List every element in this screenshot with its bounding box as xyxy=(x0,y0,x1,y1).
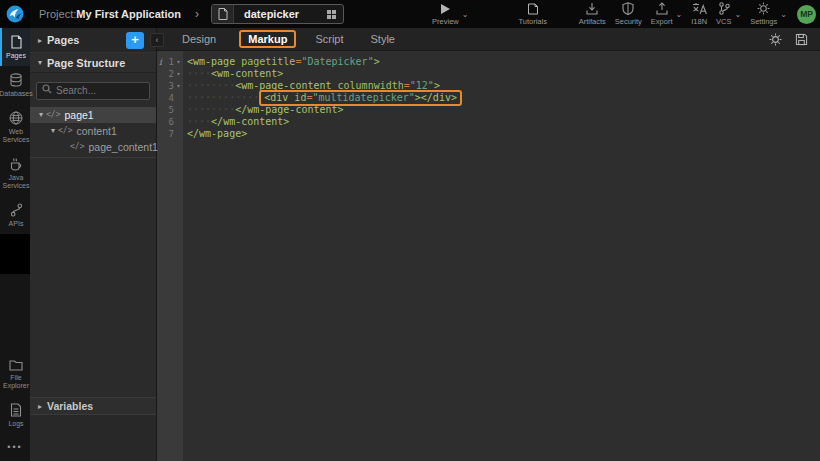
code-lines: i1▾<wm-page pagetitle="Datepicker">2▾···… xyxy=(157,56,820,140)
code-content: </wm-page> xyxy=(183,128,247,140)
rail-item-java-services[interactable]: Java Services xyxy=(0,150,30,196)
code-line-2[interactable]: 2▾····<wm-content> xyxy=(157,68,820,80)
editor-tabs: DesignMarkupScriptStyle xyxy=(178,30,418,48)
top-bar: Project:My First Application › datepicke… xyxy=(0,0,820,28)
gutter-spacer xyxy=(157,92,164,104)
preview-label: Preview xyxy=(432,17,459,26)
preview-button[interactable]: Preview xyxy=(432,3,459,26)
widget-code-icon: </> xyxy=(46,110,60,119)
gutter-line-2: 2▾ xyxy=(157,68,183,80)
variables-section[interactable]: ▸ Variables xyxy=(30,397,156,415)
settings-caret-icon[interactable]: ⌄ xyxy=(780,10,787,19)
gutter-line-3: 3▾ xyxy=(157,80,183,92)
tab-markup[interactable]: Markup xyxy=(239,30,296,48)
code-line-7[interactable]: 7</wm-page> xyxy=(157,128,820,140)
settings-label: Settings xyxy=(750,17,777,26)
variables-collapse-arrow-icon[interactable]: ▸ xyxy=(35,402,45,411)
code-line-5[interactable]: 5········</wm-page-content> xyxy=(157,104,820,116)
rail-item-pages[interactable]: Pages xyxy=(0,28,30,66)
tab-script[interactable]: Script xyxy=(311,31,347,47)
i18n-label: I18N xyxy=(691,17,707,26)
code-content: ····<wm-content> xyxy=(183,68,283,80)
preview-caret-icon[interactable]: ⌄ xyxy=(462,10,469,19)
indent-whitespace: ········ xyxy=(187,80,235,91)
project-name: My First Application xyxy=(76,8,181,20)
gutter-spacer xyxy=(157,116,164,128)
artifacts-button[interactable]: Artifacts xyxy=(579,2,606,26)
gutter-line-1: i1▾ xyxy=(157,56,183,68)
gutter-spacer xyxy=(157,128,164,140)
rail-label: Pages xyxy=(6,52,26,60)
tree-item-page1[interactable]: ▾</>page1 xyxy=(30,107,156,123)
i18n-button[interactable]: I18N xyxy=(691,2,707,26)
rail-label: Logs xyxy=(8,420,23,428)
fold-arrow-icon[interactable]: ▾ xyxy=(174,56,183,68)
open-page-tab-label: datepicker xyxy=(234,8,313,20)
tree-item-page-content1[interactable]: </>page_content1 xyxy=(30,139,156,155)
rail-divider-block xyxy=(0,234,30,274)
export-button[interactable]: Export⌄ xyxy=(651,2,682,26)
security-button[interactable]: Security xyxy=(615,2,642,26)
panel-collapse-button[interactable]: ‹ xyxy=(150,33,164,47)
project-label: Project: xyxy=(39,8,76,20)
i18n-translate-icon xyxy=(692,2,707,15)
line-number: 5 xyxy=(164,104,174,116)
vcs-caret-icon[interactable]: ⌄ xyxy=(734,10,741,19)
more-options-dots[interactable]: ••• xyxy=(0,434,30,461)
line-number: 3 xyxy=(164,80,174,92)
search-input[interactable] xyxy=(36,82,150,100)
fold-arrow-icon[interactable]: ▾ xyxy=(174,68,183,80)
tree-item-label: page1 xyxy=(64,109,93,121)
fold-arrow-icon[interactable]: ▾ xyxy=(174,80,183,92)
export-upload-icon xyxy=(655,2,669,15)
rail-item-databases[interactable]: Databases xyxy=(0,66,30,104)
structure-expand-arrow-icon[interactable]: ▾ xyxy=(35,58,45,67)
line-number: 7 xyxy=(164,128,174,140)
pages-panel: ▸ Pages + ▾ Page Structure ▾</>page1▾</>… xyxy=(30,28,157,461)
export-caret-icon[interactable]: ⌄ xyxy=(676,10,683,19)
markup-settings-gear-icon[interactable] xyxy=(769,33,782,46)
code-line-1[interactable]: i1▾<wm-page pagetitle="Datepicker"> xyxy=(157,56,820,68)
rail-item-file-explorer[interactable]: File Explorer xyxy=(0,352,30,396)
tree-item-label: content1 xyxy=(76,125,116,137)
page-structure-header[interactable]: ▾ Page Structure xyxy=(30,52,156,73)
code-line-4[interactable]: 4············<div id="multidatepicker"><… xyxy=(157,92,820,104)
token-tag: <wm-content> xyxy=(211,68,283,79)
add-page-button[interactable]: + xyxy=(126,32,144,49)
token-attr: pagetitle xyxy=(241,56,295,67)
rail-item-web-services[interactable]: Web Services xyxy=(0,104,30,150)
tab-style[interactable]: Style xyxy=(367,31,399,47)
tree-expand-arrow-icon[interactable]: ▾ xyxy=(36,110,46,119)
settings-button[interactable]: Settings⌄ xyxy=(750,2,787,26)
pages-panel-header[interactable]: ▸ Pages + xyxy=(30,28,156,52)
pages-collapse-arrow-icon[interactable]: ▸ xyxy=(35,36,45,45)
search-icon xyxy=(42,84,52,94)
user-avatar[interactable]: MP xyxy=(797,5,816,24)
wavemaker-logo[interactable] xyxy=(0,0,30,28)
markup-code-editor[interactable]: i1▾<wm-page pagetitle="Datepicker">2▾···… xyxy=(157,51,820,461)
tree-expand-arrow-icon[interactable]: ▾ xyxy=(48,126,58,135)
rail-item-logs[interactable]: Logs xyxy=(0,396,30,434)
line-number: 6 xyxy=(164,116,174,128)
indent-whitespace: ···· xyxy=(187,116,211,127)
code-line-6[interactable]: 6····</wm-content> xyxy=(157,116,820,128)
tree-item-content1[interactable]: ▾</>content1 xyxy=(30,123,156,139)
code-line-3[interactable]: 3▾········<wm-page-content columnwidth="… xyxy=(157,80,820,92)
code-content: ····</wm-content> xyxy=(183,116,289,128)
rail-item-apis[interactable]: APIs xyxy=(0,196,30,234)
gutter-line-6: 6 xyxy=(157,116,183,128)
web-services-icon xyxy=(9,111,23,125)
apis-icon xyxy=(10,203,23,217)
fold-spacer xyxy=(174,128,183,140)
save-icon[interactable] xyxy=(795,33,808,46)
tab-design[interactable]: Design xyxy=(178,31,220,47)
rail-label: APIs xyxy=(9,220,24,228)
vcs-button[interactable]: VCS⌄ xyxy=(716,2,741,26)
line-number: 4 xyxy=(164,92,174,104)
file-explorer-icon xyxy=(9,359,23,371)
tutorials-button[interactable]: Tutorials xyxy=(518,3,546,26)
indent-whitespace: ············ xyxy=(187,92,259,103)
widgets-grid-icon[interactable] xyxy=(327,10,336,19)
open-page-tab[interactable]: datepicker xyxy=(211,4,344,24)
tutorials-book-icon xyxy=(527,3,539,15)
